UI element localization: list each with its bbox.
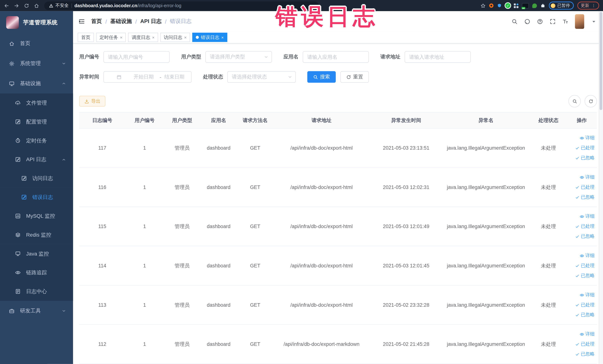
breadcrumb-item[interactable]: 基础设施 [110,18,132,25]
ignored-link[interactable]: 已忽略 [575,233,595,240]
sidebar-item-file-manage[interactable]: 文件管理 [0,94,73,112]
ignored-link[interactable]: 已忽略 [575,194,595,200]
processed-link[interactable]: 已处理 [575,223,595,230]
sidebar-item-mysql-monitor[interactable]: MySQL 监控 [0,207,73,225]
github-icon[interactable] [524,18,530,24]
back-icon[interactable] [4,3,9,8]
close-icon[interactable]: × [120,35,122,40]
breadcrumb-item[interactable]: 首页 [91,18,102,25]
detail-link[interactable]: 详细 [580,331,595,337]
refresh-button[interactable] [585,95,597,107]
logo-row[interactable]: 芋道管理系统 [0,11,73,33]
extension-adblock-icon[interactable] [489,3,493,8]
eye-icon [580,175,584,179]
sidebar-item-label: 访问日志 [32,175,53,182]
table-row: 1161管理员dashboardGET/api/infra/db-doc/exp… [79,168,597,207]
sidebar-item-scheduled-job[interactable]: 定时任务 [0,131,73,150]
extension-shield-icon[interactable] [497,3,502,8]
sidebar-item-redis-monitor[interactable]: Redis 监控 [0,225,73,244]
tab-定时任务[interactable]: 定时任务× [96,33,126,42]
detail-link[interactable]: 详细 [580,174,595,180]
scrollbar-thumb[interactable] [600,12,603,110]
close-icon[interactable]: × [152,35,154,40]
sidebar-item-java-monitor[interactable]: Java 监控 [0,244,73,263]
request-url-input[interactable] [405,51,471,63]
url-divider [71,3,72,8]
sidebar-item-config-manage[interactable]: 配置管理 [0,112,73,131]
sidebar-item-label: Java 监控 [26,250,49,257]
export-button[interactable]: 导出 [79,96,105,107]
eye-icon [580,293,584,297]
ignored-link[interactable]: 已忽略 [575,272,595,279]
user-type-select[interactable]: 请选择用户类型 [205,51,272,63]
menu-dots-icon[interactable] [591,3,596,8]
sidebar-item-home[interactable]: 首页 [0,34,73,54]
update-label: 更新 [581,3,589,9]
processed-link[interactable]: 已处理 [575,302,595,308]
address-bar[interactable]: 不安全 dashboard.yudao.iocoder.cn/infra/log… [44,1,319,10]
sidebar-item-access-log[interactable]: 访问日志 [0,169,73,188]
home-icon [9,41,15,46]
page-scrollbar[interactable] [599,11,603,364]
close-icon[interactable]: × [221,35,224,40]
tab-访问日志[interactable]: 访问日志× [160,33,190,42]
search-button[interactable]: 搜索 [307,71,336,83]
paused-badge[interactable]: 已暂停 [549,1,574,10]
exception-time-range-picker[interactable]: 开始日期-结束日期 [104,71,191,83]
avatar[interactable] [575,14,584,29]
tab-label: 调度日志 [132,34,150,41]
security-chip[interactable]: 不安全 [49,3,69,9]
cell-user_id: 1 [125,168,164,207]
app-title: 芋道管理系统 [23,19,58,26]
app-name-input[interactable] [303,51,369,63]
ignored-link[interactable]: 已忽略 [575,155,595,161]
font-size-icon[interactable] [562,18,568,24]
breadcrumb-item[interactable]: API 日志 [140,18,162,25]
sidebar-item-error-log[interactable]: 错误日志 [0,188,73,207]
cell-user_id: 1 [125,246,164,285]
toggle-search-button[interactable] [568,95,581,107]
detail-link[interactable]: 详细 [580,292,595,298]
processed-link[interactable]: 已处理 [575,262,595,269]
hamburger-icon[interactable] [78,18,85,25]
user-id-input[interactable] [104,51,170,63]
extension-onoff-icon[interactable]: on [522,3,529,8]
cell-actions: 详细已处理已忽略 [568,207,596,246]
detail-link[interactable]: 详细 [580,213,595,220]
extension-leaf-icon[interactable] [532,3,537,8]
sidebar-item-api-log[interactable]: API 日志 [0,150,73,169]
sidebar-item-dev-tools[interactable]: 研发工具 [0,301,73,321]
processed-link[interactable]: 已处理 [575,341,595,347]
detail-link[interactable]: 详细 [580,135,595,141]
reset-button[interactable]: 重置 [340,71,369,83]
forward-icon[interactable] [14,3,19,8]
processed-link[interactable]: 已处理 [575,145,595,151]
browser-home-icon[interactable] [34,3,39,8]
extension-check-icon[interactable]: ✓ [505,3,510,8]
config-icon [15,119,21,125]
update-button[interactable]: 更新 [577,1,599,10]
help-icon[interactable] [537,18,543,24]
extensions-puzzle-icon[interactable] [540,3,545,8]
process-status-select[interactable]: 请选择处理状态 [227,71,296,83]
sidebar-item-label: 文件管理 [26,99,47,106]
fullscreen-icon[interactable] [550,18,556,24]
sidebar-item-trace[interactable]: 链路追踪 [0,263,73,282]
sidebar-item-system[interactable]: 系统管理 [0,53,73,73]
processed-link[interactable]: 已处理 [575,184,595,190]
extension-grid-icon[interactable] [514,3,519,8]
tab-调度日志[interactable]: 调度日志× [128,33,158,42]
tab-首页[interactable]: 首页 [78,33,94,42]
caret-down-icon[interactable] [591,18,597,24]
detail-link[interactable]: 详细 [580,252,595,259]
action-label: 已处理 [581,184,595,190]
sidebar-item-log-center[interactable]: 日志中心 [0,282,73,301]
reload-icon[interactable] [24,3,29,8]
ignored-link[interactable]: 已忽略 [575,312,595,318]
tab-错误日志[interactable]: 错误日志× [192,33,227,42]
search-icon[interactable] [511,18,518,24]
ignored-link[interactable]: 已忽略 [575,351,595,357]
close-icon[interactable]: × [184,35,187,40]
star-icon[interactable] [480,3,486,8]
sidebar-item-infra[interactable]: 基础设施 [0,73,73,94]
